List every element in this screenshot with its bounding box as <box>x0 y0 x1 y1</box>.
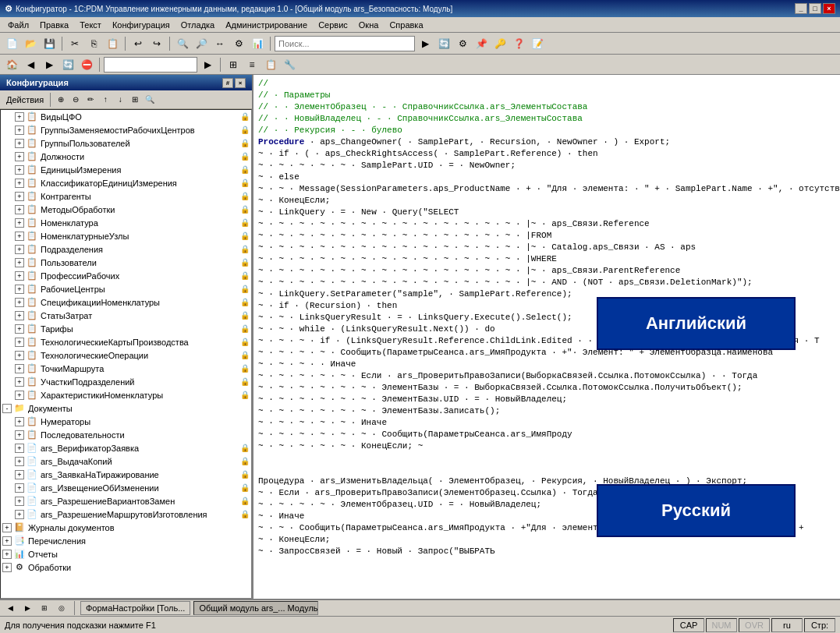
tree-expander[interactable]: + <box>15 298 24 307</box>
tree-item[interactable]: +📋УчасткиПодразделений🔒 <box>1 375 251 388</box>
search-go-button[interactable]: ▶ <box>416 35 434 52</box>
tree-expander[interactable]: + <box>15 139 24 148</box>
address-input[interactable] <box>104 57 197 72</box>
tree-item[interactable]: +📋СтатыЗатрат🔒 <box>1 309 251 322</box>
taskbar-item-1[interactable]: ФормаНастройки [Толь... <box>80 601 190 615</box>
tree-expander[interactable]: + <box>15 510 24 519</box>
tree-item[interactable]: +📋НоменклатурныеУзлы🔒 <box>1 229 251 242</box>
menu-config[interactable]: Конфигурация <box>108 19 175 31</box>
tb-btn-3[interactable]: ↔ <box>211 35 229 52</box>
menu-help[interactable]: Справка <box>385 19 427 31</box>
tree-item[interactable]: +📊Отчеты <box>1 547 251 561</box>
tree-item[interactable]: +📋ХарактеристикиНоменклатуры🔒 <box>1 388 251 401</box>
taskbar-tb-4[interactable]: ◎ <box>55 601 69 615</box>
tree-item[interactable]: +📋Номенклатура🔒 <box>1 216 251 229</box>
tree-item[interactable]: +📋МетодыОбработки🔒 <box>1 203 251 216</box>
tb-btn-5[interactable]: 📊 <box>249 35 266 52</box>
tb2-btn-8[interactable]: 📋 <box>262 56 279 73</box>
panel-close-button[interactable]: × <box>235 78 246 88</box>
maximize-button[interactable]: □ <box>809 3 821 14</box>
close-button[interactable]: × <box>823 3 835 14</box>
tree-expander[interactable]: + <box>15 391 24 400</box>
menu-admin[interactable]: Администрирование <box>221 19 312 31</box>
tree-expander[interactable]: + <box>15 364 24 373</box>
tb-btn-2[interactable]: 🔎 <box>193 35 210 52</box>
tree-item[interactable]: +📋ТехнологическиеКартыПроизводства🔒 <box>1 335 251 348</box>
tree-item[interactable]: +📑Перечисления <box>1 534 251 547</box>
tree-expander[interactable]: + <box>15 126 24 135</box>
tree-item[interactable]: +📋РабочиеЦентры🔒 <box>1 282 251 295</box>
tree-item[interactable]: +📋ГруппыЗаменяемостиРабочихЦентров🔒 <box>1 123 251 136</box>
tb-btn-6[interactable]: 🔄 <box>435 35 452 52</box>
tree-item[interactable]: +📄ars_ВыдачаКопий🔒 <box>1 454 251 468</box>
undo-button[interactable]: ↩ <box>129 35 147 52</box>
cut-button[interactable]: ✂ <box>66 35 83 52</box>
tree-item[interactable]: -📁Документы <box>1 401 251 415</box>
tree-item[interactable]: +📄ars_РазрешениеВариантовЗамен🔒 <box>1 494 251 507</box>
tb2-btn-3[interactable]: ▶ <box>41 56 58 73</box>
tree-expander[interactable]: + <box>15 430 24 440</box>
panel-pin-button[interactable]: # <box>222 78 233 88</box>
tb2-btn-5[interactable]: ⛔ <box>78 56 95 73</box>
search-input[interactable] <box>275 36 415 51</box>
menu-windows[interactable]: Окна <box>354 19 384 31</box>
tree-expander[interactable]: + <box>15 271 24 281</box>
tree-item[interactable]: +📋Пользователи🔒 <box>1 256 251 269</box>
new-button[interactable]: 📄 <box>3 35 20 52</box>
tree-expander[interactable]: + <box>15 311 24 320</box>
tree-item[interactable]: +📄ars_ЗаявкаНаТиражирование🔒 <box>1 468 251 481</box>
tree-item[interactable]: +📋ТехнологическиеОперации🔒 <box>1 348 251 362</box>
tree-expander[interactable]: + <box>15 457 24 466</box>
tb-btn-9[interactable]: 🔑 <box>491 35 509 52</box>
tree-expander[interactable]: + <box>2 563 12 572</box>
minimize-button[interactable]: _ <box>795 3 807 14</box>
tb-btn-1[interactable]: 🔍 <box>174 35 191 52</box>
menu-service[interactable]: Сервис <box>314 19 353 31</box>
tree-expander[interactable]: + <box>15 165 24 175</box>
panel-tb-btn-6[interactable]: ⊞ <box>128 93 142 107</box>
tree-item[interactable]: +📋ПрофессииРабочих🔒 <box>1 269 251 282</box>
tree-expander[interactable]: + <box>15 417 24 426</box>
open-button[interactable]: 📂 <box>22 35 39 52</box>
tree-expander[interactable]: + <box>2 523 12 532</box>
tb-btn-8[interactable]: 📌 <box>473 35 490 52</box>
tree-expander[interactable]: + <box>15 258 24 267</box>
code-editor[interactable]: //// · Параметры// · · ЭлементОбразец · … <box>253 75 840 599</box>
tree-item[interactable]: +📄ars_РазрешениеМаршрутовИзготовления🔒 <box>1 507 251 521</box>
tree-item[interactable]: +📋КлассификаторЕдиницИзмерения🔒 <box>1 176 251 189</box>
tree-item[interactable]: +📋Последовательности <box>1 428 251 441</box>
actions-label[interactable]: Действия <box>3 95 47 104</box>
tree-item[interactable]: +📄ars_ИзвещениеОбИзменении🔒 <box>1 481 251 494</box>
menu-text[interactable]: Текст <box>75 19 106 31</box>
paste-button[interactable]: 📋 <box>104 35 121 52</box>
tb-btn-7[interactable]: ⚙ <box>454 35 471 52</box>
tree-expander[interactable]: + <box>15 324 24 334</box>
panel-tb-btn-3[interactable]: ✏ <box>83 93 97 107</box>
panel-tb-btn-2[interactable]: ⊖ <box>69 93 83 107</box>
tree-item[interactable]: +📋Нумераторы <box>1 415 251 428</box>
tree-expander[interactable]: + <box>15 218 24 228</box>
panel-tb-btn-1[interactable]: ⊕ <box>54 93 68 107</box>
menu-edit[interactable]: Правка <box>35 19 73 31</box>
tree-expander[interactable]: + <box>15 444 24 453</box>
tree-expander[interactable]: + <box>15 152 24 161</box>
tb2-btn-6[interactable]: ⊞ <box>225 56 242 73</box>
tree-expander[interactable]: + <box>15 245 24 254</box>
tree-expander[interactable]: + <box>15 470 24 479</box>
tree-expander[interactable]: + <box>15 179 24 188</box>
tree-item[interactable]: +📋Тарифы🔒 <box>1 322 251 335</box>
tb2-btn-2[interactable]: ◀ <box>22 56 39 73</box>
tb-btn-11[interactable]: 📝 <box>529 35 546 52</box>
save-button[interactable]: 💾 <box>41 35 58 52</box>
tree-expander[interactable]: + <box>2 536 12 546</box>
tree-expander[interactable]: + <box>15 351 24 360</box>
tree-item[interactable]: +📋ЕдиницыИзмерения🔒 <box>1 163 251 176</box>
copy-button[interactable]: ⎘ <box>85 35 102 52</box>
panel-tb-btn-4[interactable]: ↑ <box>98 93 112 107</box>
tree-item[interactable]: +📋ТочкиМаршрута🔒 <box>1 362 251 375</box>
tree-item[interactable]: +📋ВидыЦФО🔒 <box>1 110 251 123</box>
tb2-btn-4[interactable]: 🔄 <box>59 56 76 73</box>
tree-expander[interactable]: + <box>15 192 24 201</box>
taskbar-item-2[interactable]: Общий модуль ars_... Модуль <box>193 601 318 615</box>
redo-button[interactable]: ↪ <box>148 35 165 52</box>
